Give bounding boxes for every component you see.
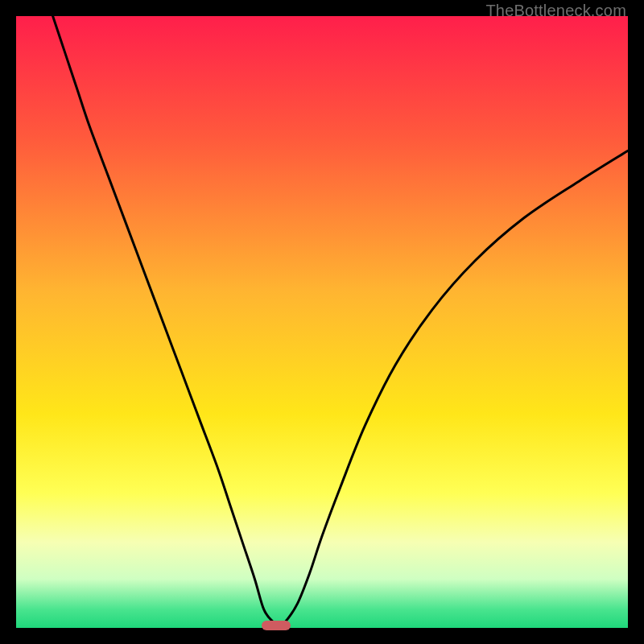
watermark-text: TheBottleneck.com bbox=[485, 2, 626, 20]
chart-frame bbox=[16, 16, 628, 628]
bottleneck-curve bbox=[16, 16, 628, 628]
optimal-marker bbox=[262, 621, 291, 630]
plot-area bbox=[16, 16, 628, 628]
